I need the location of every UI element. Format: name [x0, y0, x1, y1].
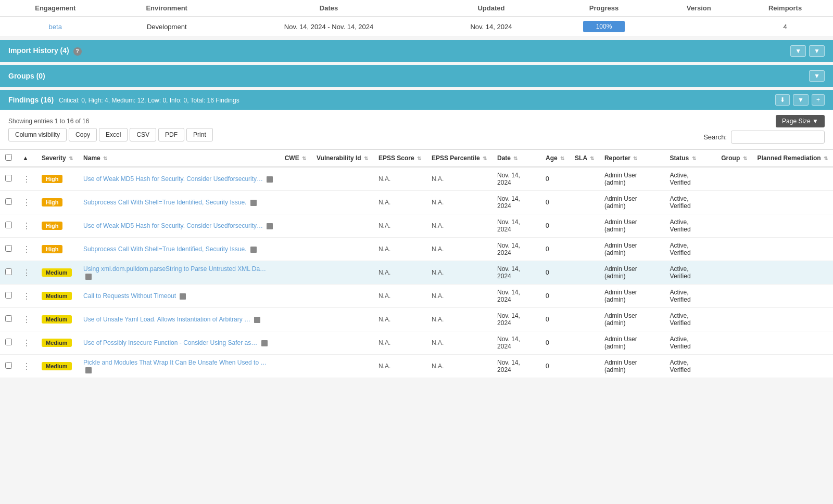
col-date[interactable]: Date ⇅	[492, 150, 540, 167]
row-name[interactable]: Call to Requests Without Timeout	[78, 285, 280, 308]
menu-dots-icon[interactable]: ⋮	[22, 339, 31, 347]
csv-btn[interactable]: CSV	[130, 128, 156, 141]
row-menu[interactable]: ⋮	[17, 167, 36, 191]
column-visibility-btn[interactable]: Column visibility	[8, 128, 67, 141]
col-epss-percentile[interactable]: EPSS Percentile ⇅	[426, 150, 492, 167]
col-sla[interactable]: SLA ⇅	[570, 150, 599, 167]
findings-add-btn[interactable]: +	[812, 94, 825, 106]
row-checkbox-cell[interactable]	[0, 331, 17, 355]
row-checkbox-cell[interactable]	[0, 355, 17, 378]
row-name[interactable]: Use of Possibly Insecure Function - Cons…	[78, 331, 280, 355]
version-value	[660, 17, 737, 37]
row-checkbox[interactable]	[5, 222, 12, 228]
finding-name-link[interactable]: Use of Weak MD5 Hash for Security. Consi…	[83, 175, 263, 183]
row-checkbox-cell[interactable]	[0, 285, 17, 308]
col-vuln-id[interactable]: Vulnerability Id ⇅	[311, 150, 373, 167]
row-cwe	[280, 285, 311, 308]
menu-dots-icon[interactable]: ⋮	[22, 268, 31, 277]
groups-collapse-btn[interactable]: ▼	[809, 70, 825, 82]
row-name[interactable]: Using xml.dom.pulldom.parseString to Par…	[78, 261, 280, 285]
finding-name-link[interactable]: Subprocess Call With Shell=True Identifi…	[83, 199, 246, 206]
print-btn[interactable]: Print	[186, 128, 213, 141]
page-size-btn[interactable]: Page Size ▼	[776, 115, 825, 127]
row-sla	[570, 308, 599, 331]
finding-name-link[interactable]: Pickle and Modules That Wrap It Can Be U…	[83, 359, 267, 366]
row-menu[interactable]: ⋮	[17, 261, 36, 285]
menu-dots-icon[interactable]: ⋮	[22, 362, 31, 371]
menu-dots-icon[interactable]: ⋮	[22, 292, 31, 301]
row-checkbox[interactable]	[5, 245, 12, 252]
row-checkbox[interactable]	[5, 362, 12, 369]
row-menu[interactable]: ⋮	[17, 285, 36, 308]
row-checkbox[interactable]	[5, 268, 12, 275]
search-input[interactable]	[731, 131, 825, 144]
engagement-link[interactable]: beta	[0, 17, 110, 37]
col-group[interactable]: Group ⇅	[716, 150, 752, 167]
import-history-help-icon[interactable]: ?	[73, 47, 82, 56]
col-select-all[interactable]	[0, 150, 17, 167]
findings-download-btn[interactable]: ⬇	[775, 94, 790, 106]
row-name[interactable]: Subprocess Call With Shell=True Identifi…	[78, 191, 280, 214]
select-all-checkbox[interactable]	[5, 154, 12, 161]
excel-btn[interactable]: Excel	[99, 128, 128, 141]
row-checkbox[interactable]	[5, 198, 12, 205]
import-history-collapse-btn[interactable]: ▼	[809, 45, 825, 57]
findings-header: Findings (16) Critical: 0, High: 4, Medi…	[0, 90, 833, 110]
row-name[interactable]: Use of Weak MD5 Hash for Security. Consi…	[78, 214, 280, 238]
row-checkbox[interactable]	[5, 315, 12, 322]
finding-name-link[interactable]: Using xml.dom.pulldom.parseString to Par…	[83, 265, 266, 273]
row-menu[interactable]: ⋮	[17, 308, 36, 331]
row-menu[interactable]: ⋮	[17, 355, 36, 378]
row-cwe	[280, 355, 311, 378]
file-icon	[180, 293, 186, 300]
finding-name-link[interactable]: Use of Weak MD5 Hash for Security. Consi…	[83, 222, 263, 229]
col-epss-score[interactable]: EPSS Score ⇅	[373, 150, 426, 167]
col-status[interactable]: Status ⇅	[665, 150, 716, 167]
menu-dots-icon[interactable]: ⋮	[22, 245, 31, 254]
row-checkbox-cell[interactable]	[0, 238, 17, 261]
col-sort-up[interactable]: ▲	[17, 150, 36, 167]
finding-name-link[interactable]: Subprocess Call With Shell=True Identifi…	[83, 245, 246, 253]
groups-actions: ▼	[809, 70, 825, 82]
col-reporter[interactable]: Reporter ⇅	[599, 150, 665, 167]
updated-value: Nov. 14, 2024	[435, 17, 548, 37]
findings-filter-btn[interactable]: ▼	[793, 94, 809, 106]
row-checkbox-cell[interactable]	[0, 167, 17, 191]
col-planned-remediation[interactable]: Planned Remediation ⇅	[752, 150, 833, 167]
row-checkbox-cell[interactable]	[0, 308, 17, 331]
row-checkbox-cell[interactable]	[0, 214, 17, 238]
row-menu[interactable]: ⋮	[17, 238, 36, 261]
row-checkbox[interactable]	[5, 292, 12, 299]
col-name[interactable]: Name ⇅	[78, 150, 280, 167]
col-severity[interactable]: Severity ⇅	[36, 150, 78, 167]
table-row: ⋮ Medium Call to Requests Without Timeou…	[0, 285, 833, 308]
row-menu[interactable]: ⋮	[17, 191, 36, 214]
import-history-filter-btn[interactable]: ▼	[790, 45, 806, 57]
row-menu[interactable]: ⋮	[17, 331, 36, 355]
col-cwe[interactable]: CWE ⇅	[280, 150, 311, 167]
row-checkbox[interactable]	[5, 175, 12, 182]
finding-name-link[interactable]: Use of Possibly Insecure Function - Cons…	[83, 339, 257, 346]
copy-btn[interactable]: Copy	[69, 128, 97, 141]
file-icon	[261, 340, 268, 346]
row-name[interactable]: Subprocess Call With Shell=True Identifi…	[78, 238, 280, 261]
row-epss-score: N.A.	[373, 355, 426, 378]
row-age: 0	[540, 308, 570, 331]
row-name[interactable]: Use of Unsafe Yaml Load. Allows Instanti…	[78, 308, 280, 331]
pdf-btn[interactable]: PDF	[158, 128, 184, 141]
row-name[interactable]: Use of Weak MD5 Hash for Security. Consi…	[78, 167, 280, 191]
row-checkbox-cell[interactable]	[0, 261, 17, 285]
row-menu[interactable]: ⋮	[17, 214, 36, 238]
row-checkbox[interactable]	[5, 339, 12, 345]
finding-name-link[interactable]: Call to Requests Without Timeout	[83, 292, 176, 300]
finding-name-link[interactable]: Use of Unsafe Yaml Load. Allows Instanti…	[83, 316, 250, 323]
menu-dots-icon[interactable]: ⋮	[22, 175, 31, 184]
row-epss-score: N.A.	[373, 308, 426, 331]
row-name[interactable]: Pickle and Modules That Wrap It Can Be U…	[78, 355, 280, 378]
menu-dots-icon[interactable]: ⋮	[22, 222, 31, 230]
row-checkbox-cell[interactable]	[0, 191, 17, 214]
col-progress: Progress	[548, 0, 661, 17]
menu-dots-icon[interactable]: ⋮	[22, 315, 31, 324]
menu-dots-icon[interactable]: ⋮	[22, 198, 31, 207]
col-age[interactable]: Age ⇅	[540, 150, 570, 167]
